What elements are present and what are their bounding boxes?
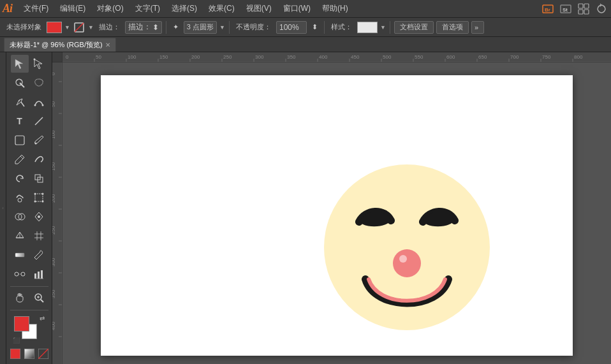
point-dropdown-arrow[interactable]: ▼ bbox=[219, 24, 225, 31]
no-color-button[interactable] bbox=[37, 347, 50, 360]
svg-rect-50 bbox=[10, 349, 20, 358]
graph-tool[interactable] bbox=[30, 265, 48, 283]
foreground-color-swatch[interactable] bbox=[14, 316, 29, 331]
fill-color-swatch[interactable] bbox=[47, 22, 62, 33]
mesh-tool[interactable] bbox=[30, 227, 48, 245]
swap-colors-button[interactable]: ⇄ bbox=[40, 315, 45, 322]
view-menu[interactable]: 视图(V) bbox=[241, 2, 277, 15]
hand-tool[interactable] bbox=[11, 289, 29, 307]
opacity-input[interactable]: 100% bbox=[276, 21, 307, 34]
sync-icon[interactable] bbox=[594, 2, 608, 16]
type-tool[interactable]: T bbox=[11, 112, 29, 130]
svg-text:250: 250 bbox=[52, 226, 56, 235]
svg-rect-38 bbox=[15, 253, 24, 257]
style-swatch[interactable] bbox=[357, 22, 378, 33]
shaper-tool[interactable] bbox=[30, 150, 48, 168]
preferences-button[interactable]: 首选项 bbox=[436, 21, 469, 34]
no-selection-label: 未选择对象 bbox=[4, 22, 44, 32]
selection-tool-row bbox=[11, 55, 48, 73]
sep1 bbox=[166, 21, 166, 34]
svg-text:0: 0 bbox=[52, 72, 56, 75]
edit-menu[interactable]: 编辑(E) bbox=[55, 2, 91, 15]
svg-rect-6 bbox=[578, 10, 583, 14]
gradient-mode-button[interactable] bbox=[23, 347, 36, 360]
svg-point-39 bbox=[15, 272, 18, 276]
stroke-icon bbox=[73, 21, 85, 34]
selection-tool[interactable] bbox=[11, 55, 29, 73]
stroke-label: 描边： bbox=[96, 22, 122, 32]
stock-icon[interactable]: St bbox=[559, 2, 573, 16]
pen-tool[interactable] bbox=[11, 93, 29, 111]
svg-rect-7 bbox=[584, 10, 589, 14]
select-menu[interactable]: 选择(S) bbox=[166, 2, 202, 15]
svg-point-31 bbox=[38, 215, 40, 218]
doc-setup-button[interactable]: 文档设置 bbox=[394, 21, 434, 34]
svg-point-40 bbox=[21, 272, 25, 276]
rotate-tool[interactable] bbox=[11, 170, 29, 187]
shape-builder-tool[interactable] bbox=[11, 208, 29, 226]
builder-paint-row bbox=[11, 208, 48, 226]
svg-text:400: 400 bbox=[52, 321, 56, 330]
file-menu[interactable]: 文件(F) bbox=[18, 2, 54, 15]
svg-line-17 bbox=[35, 117, 43, 125]
eyedropper-tool[interactable] bbox=[30, 246, 48, 264]
free-transform-tool[interactable] bbox=[30, 189, 48, 207]
pencil-tool[interactable] bbox=[11, 150, 29, 168]
bridge-icon[interactable]: Br bbox=[541, 2, 555, 16]
perspective-grid-tool[interactable] bbox=[11, 227, 29, 245]
document-tab[interactable]: 未标题-1* @ 96% (RGB/预览) ✕ bbox=[4, 38, 116, 52]
live-paint-tool[interactable] bbox=[30, 208, 48, 226]
blend-tool[interactable] bbox=[11, 265, 29, 283]
style-label: 样式： bbox=[328, 22, 355, 32]
gradient-tool[interactable] bbox=[11, 246, 29, 264]
svg-point-108 bbox=[393, 249, 421, 277]
workspace-switcher-icon[interactable] bbox=[577, 2, 591, 16]
object-menu[interactable]: 对象(O) bbox=[92, 2, 128, 15]
svg-point-23 bbox=[18, 198, 22, 202]
svg-text:650: 650 bbox=[478, 54, 487, 60]
ruler-h-content: 0 50 100 150 200 250 300 350 400 bbox=[63, 52, 611, 62]
zoom-tool[interactable] bbox=[30, 289, 48, 307]
reset-colors-button[interactable]: ⬛ bbox=[13, 337, 20, 344]
paintbrush-tool[interactable] bbox=[30, 131, 48, 149]
sep2 bbox=[229, 21, 230, 34]
window-menu[interactable]: 窗口(W) bbox=[278, 2, 316, 15]
magic-wand-tool[interactable] bbox=[11, 74, 29, 92]
lasso-tool[interactable] bbox=[30, 74, 48, 92]
text-menu[interactable]: 文字(T) bbox=[130, 2, 165, 15]
ruler-corner bbox=[52, 52, 63, 62]
panel-collapse-handle[interactable]: ‹ bbox=[0, 52, 6, 364]
artboard bbox=[101, 75, 573, 356]
svg-text:300: 300 bbox=[255, 54, 264, 60]
svg-text:800: 800 bbox=[574, 54, 583, 60]
shape-tool[interactable] bbox=[11, 131, 29, 149]
svg-text:200: 200 bbox=[52, 194, 56, 203]
arrange-button[interactable]: » bbox=[471, 21, 484, 34]
stroke-chevron: ⬍ bbox=[152, 23, 159, 32]
style-arrow[interactable]: ▼ bbox=[380, 24, 386, 31]
sep4 bbox=[390, 21, 390, 34]
svg-point-12 bbox=[16, 79, 22, 85]
warp-tool[interactable] bbox=[11, 189, 29, 207]
canvas-area: 0 50 100 150 200 250 300 350 400 bbox=[52, 52, 611, 364]
svg-rect-24 bbox=[35, 194, 43, 201]
toolbox: T bbox=[6, 52, 52, 364]
blend-chart-row bbox=[11, 265, 48, 283]
help-menu[interactable]: 帮助(H) bbox=[317, 2, 353, 15]
color-mode-button[interactable] bbox=[9, 347, 22, 360]
stroke-width-input[interactable]: 3 点圆形 bbox=[184, 21, 217, 34]
stroke-weight-dropdown[interactable]: 描边： ⬍ bbox=[125, 21, 162, 34]
tab-close-button[interactable]: ✕ bbox=[105, 41, 110, 48]
stroke-dropdown-arrow[interactable]: ▼ bbox=[88, 24, 94, 31]
svg-rect-5 bbox=[584, 4, 589, 8]
curvature-tool[interactable] bbox=[30, 93, 48, 111]
main-area: ‹ bbox=[0, 52, 611, 364]
fill-dropdown-arrow[interactable]: ▼ bbox=[64, 24, 70, 31]
effect-menu[interactable]: 效果(C) bbox=[203, 2, 240, 15]
svg-line-53 bbox=[38, 349, 48, 358]
svg-text:100: 100 bbox=[52, 130, 56, 139]
line-tool[interactable] bbox=[30, 112, 48, 130]
scale-tool[interactable] bbox=[30, 170, 48, 187]
artboard-container[interactable] bbox=[63, 62, 611, 364]
direct-selection-tool[interactable] bbox=[30, 55, 48, 73]
